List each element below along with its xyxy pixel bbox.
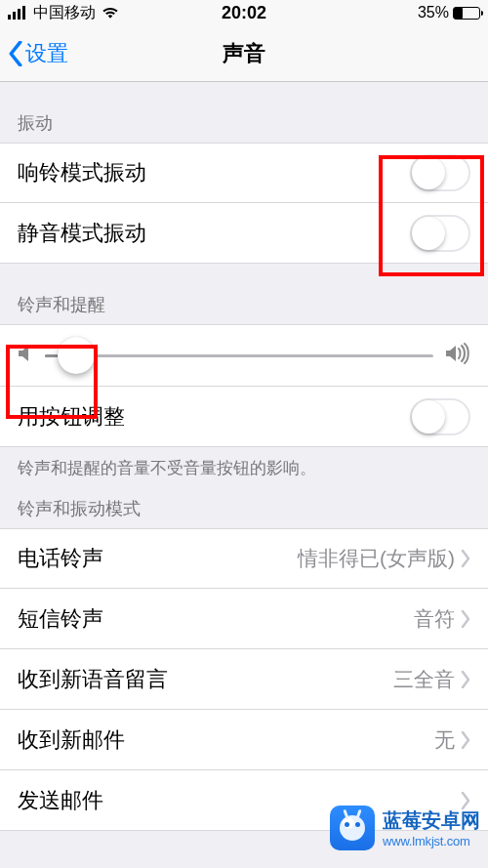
row-silent-vibrate: 静音模式振动 — [0, 203, 488, 264]
status-bar: 中国移动 20:02 35% — [0, 0, 488, 25]
volume-low-icon — [18, 344, 33, 367]
status-time: 20:02 — [0, 3, 488, 23]
watermark-title: 蓝莓安卓网 — [383, 809, 480, 831]
section-header-ringer: 铃声和提醒 — [0, 264, 488, 324]
page-title: 声音 — [0, 39, 488, 68]
watermark-text: 蓝莓安卓网 www.lmkjst.com — [383, 807, 480, 848]
ringer-volume-row — [0, 324, 488, 387]
chevron-right-icon — [461, 671, 470, 688]
silent-vibrate-label: 静音模式振动 — [18, 219, 410, 248]
battery-icon — [453, 7, 480, 20]
text-tone-value: 音符 — [414, 605, 455, 633]
volume-high-icon — [445, 343, 470, 368]
row-voicemail[interactable]: 收到新语音留言 三全音 — [0, 649, 488, 710]
row-new-mail[interactable]: 收到新邮件 无 — [0, 710, 488, 770]
row-ring-vibrate: 响铃模式振动 — [0, 143, 488, 203]
change-with-buttons-toggle[interactable] — [410, 398, 470, 435]
new-mail-label: 收到新邮件 — [18, 725, 434, 755]
section-header-vibration: 振动 — [0, 82, 488, 143]
new-mail-value: 无 — [434, 726, 455, 754]
voicemail-label: 收到新语音留言 — [18, 665, 393, 694]
row-ringtone[interactable]: 电话铃声 情非得已(女声版) — [0, 528, 488, 589]
ringtone-value: 情非得已(女声版) — [298, 545, 455, 572]
chevron-right-icon — [461, 731, 470, 749]
nav-header: 设置 声音 — [0, 25, 488, 82]
chevron-right-icon — [461, 610, 470, 628]
slider-thumb[interactable] — [58, 337, 95, 374]
row-text-tone[interactable]: 短信铃声 音符 — [0, 589, 488, 649]
row-change-with-buttons: 用按钮调整 — [0, 387, 488, 447]
ring-vibrate-label: 响铃模式振动 — [18, 158, 410, 187]
watermark-url: www.lmkjst.com — [383, 834, 480, 848]
change-with-buttons-label: 用按钮调整 — [18, 402, 410, 432]
section-header-sounds: 铃声和振动模式 — [0, 479, 488, 528]
watermark: 蓝莓安卓网 www.lmkjst.com — [330, 806, 480, 850]
ring-vibrate-toggle[interactable] — [410, 154, 470, 191]
ringer-footer-note: 铃声和提醒的音量不受音量按钮的影响。 — [0, 447, 488, 479]
ringtone-label: 电话铃声 — [18, 544, 298, 573]
text-tone-label: 短信铃声 — [18, 604, 414, 634]
ringer-volume-slider[interactable] — [45, 354, 433, 357]
silent-vibrate-toggle[interactable] — [410, 215, 470, 252]
voicemail-value: 三全音 — [393, 666, 455, 693]
chevron-right-icon — [461, 550, 470, 567]
watermark-icon — [330, 806, 375, 850]
